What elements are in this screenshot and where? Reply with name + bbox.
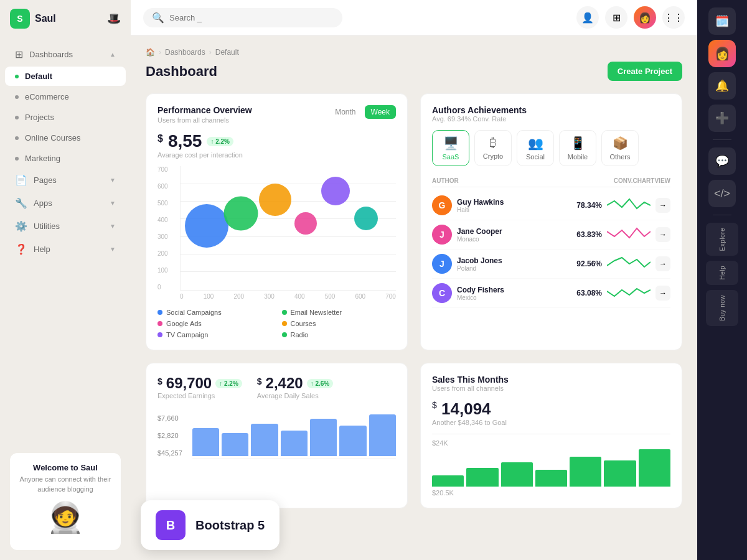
view-btn-0[interactable]: → [655, 198, 670, 213]
view-btn-3[interactable]: → [655, 286, 670, 301]
daily-sales: $ 2,420 ↑ 2.6% Average Daily Sales [257, 375, 333, 399]
sidebar-item-projects[interactable]: Projects [5, 108, 126, 127]
logo-area: S Saul 🎩 [0, 0, 131, 37]
dollar-sign: $ [257, 376, 262, 386]
apps-icon: 🔧 [15, 197, 27, 209]
authors-card: Authors Achievements Avg. 69.34% Conv. R… [420, 93, 682, 350]
author-country-1: Monaco [457, 236, 502, 243]
chevron-icon: ▼ [110, 177, 116, 184]
cat-tab-saas[interactable]: 🖥️ SaaS [432, 130, 469, 166]
chart-legend: Social Campaigns Email Newsletter Google… [157, 309, 396, 338]
bootstrap-label: Bootstrap 5 [195, 518, 265, 533]
legend-radio: Radio [282, 331, 397, 338]
explore-btn[interactable]: Explore [706, 223, 738, 256]
avatar-1: J [432, 225, 452, 245]
mini-chart-1 [607, 225, 651, 244]
sidebar-item-help[interactable]: ❓ Help ▼ [5, 238, 126, 260]
rp-chat-btn[interactable]: 💬 [708, 147, 736, 175]
category-tabs: 🖥️ SaaS ₿ Crypto 👥 Social 📱 [432, 130, 670, 166]
tab-group: Month Week [329, 105, 396, 119]
search-input[interactable] [169, 13, 334, 22]
earnings-card: $ 69,700 ↑ 2.2% Expected Earnings $ 2,42… [146, 363, 408, 508]
expected-value: $ 69,700 ↑ 2.2% [157, 375, 242, 392]
cat-tab-social[interactable]: 👥 Social [517, 130, 554, 166]
legend-dot-social [157, 310, 162, 315]
create-project-button[interactable]: Create Project [608, 62, 682, 81]
cat-label-crypto: Crypto [483, 152, 503, 160]
sidebar-item-ecommerce[interactable]: eCommerce [5, 87, 126, 106]
bubble-courses [259, 184, 291, 216]
right-panel: 🗓️ 👩 🔔 ➕ 💬 </> Explore Help Buy now [697, 0, 747, 560]
help-btn[interactable]: Help [706, 261, 738, 285]
sales-bar-4 [535, 470, 567, 487]
breadcrumb-dashboards[interactable]: Dashboards [165, 48, 205, 57]
bar-5 [310, 419, 337, 456]
conv-3: 63.08% [576, 289, 602, 297]
main-wrapper: 🔍 👤 ⊞ 👩 ⋮⋮ 🏠 › Dashboards › Default [131, 0, 747, 560]
rp-notification-btn[interactable]: 🔔 [708, 72, 736, 100]
buy-now-btn[interactable]: Buy now [706, 290, 738, 326]
expected-badge: ↑ 2.2% [215, 379, 242, 388]
legend-email: Email Newsletter [282, 309, 397, 316]
user-avatar[interactable]: 👩 [634, 6, 656, 29]
view-btn-2[interactable]: → [655, 256, 670, 271]
bubble-ads [294, 212, 317, 235]
topbar-avatar-gray[interactable]: 👤 [576, 6, 599, 29]
explore-label: Explore [719, 228, 726, 251]
expected-label: Expected Earnings [157, 392, 242, 399]
app-name: Saul [35, 13, 56, 24]
search-box[interactable]: 🔍 [143, 8, 342, 27]
rp-separator-2 [713, 215, 731, 215]
sidebar-item-marketing[interactable]: Marketing [5, 149, 126, 168]
legend-label-social: Social Campaigns [166, 309, 222, 316]
rp-add-btn[interactable]: ➕ [708, 105, 736, 132]
sidebar-item-default[interactable]: Default [5, 67, 126, 86]
bar-4 [281, 431, 308, 456]
legend-label-tv: TV Campaign [166, 331, 208, 338]
avatar-img: 👩 [639, 12, 651, 24]
sidebar-item-online-courses[interactable]: Online Courses [5, 128, 126, 147]
tab-month[interactable]: Month [329, 105, 362, 119]
sales-bar-7 [639, 449, 670, 487]
breadcrumb-home[interactable]: 🏠 [146, 48, 155, 57]
dollar-sign: $ [157, 376, 162, 386]
sidebar-item-utilities[interactable]: ⚙️ Utilities ▼ [5, 215, 126, 237]
sidebar-item-apps[interactable]: 🔧 Apps ▼ [5, 192, 126, 214]
daily-label: Average Daily Sales [257, 392, 333, 399]
pages-icon: 📄 [15, 174, 27, 186]
buy-now-label: Buy now [719, 295, 726, 321]
dollar-sign: $ [157, 133, 163, 144]
cat-tab-mobile[interactable]: 📱 Mobile [559, 130, 596, 166]
sales-y-label-2: $20.5K [432, 489, 670, 497]
earnings-row: $ 69,700 ↑ 2.2% Expected Earnings $ 2,42… [157, 375, 396, 399]
table-row: J Jacob Jones Poland 92.56% → [432, 250, 670, 279]
legend-dot-email [282, 310, 287, 315]
rp-calendar-btn[interactable]: 🗓️ [708, 7, 736, 35]
perf-sub: Users from all channels [157, 116, 252, 124]
cat-tab-others[interactable]: 📦 Others [601, 130, 639, 166]
topbar-more-icon[interactable]: ⋮⋮ [662, 6, 685, 29]
sales-bar-2 [466, 468, 498, 487]
topbar-grid-icon[interactable]: ⊞ [605, 6, 627, 29]
avatar-3: C [432, 283, 452, 303]
rp-code-btn[interactable]: </> [708, 180, 736, 207]
bubble-social [185, 204, 228, 248]
cat-tab-crypto[interactable]: ₿ Crypto [474, 130, 512, 166]
mini-chart-0 [607, 196, 651, 215]
legend-label-courses: Courses [291, 320, 316, 327]
tab-week[interactable]: Week [365, 105, 396, 119]
legend-label-ads: Google Ads [166, 320, 202, 327]
legend-dot-ads [157, 321, 162, 326]
sidebar: S Saul 🎩 ⊞ Dashboards ▲ Default eCommerc… [0, 0, 131, 560]
performance-card: Performance Overview Users from all chan… [146, 93, 408, 350]
conv-1: 63.83% [576, 230, 602, 239]
sidebar-item-pages[interactable]: 📄 Pages ▼ [5, 169, 126, 191]
author-name-1: Jane Cooper [457, 227, 502, 236]
page-title: Dashboard [146, 63, 217, 80]
sidebar-item-dashboards[interactable]: ⊞ Dashboards ▲ [5, 44, 126, 65]
daily-value: $ 2,420 ↑ 2.6% [257, 375, 333, 392]
help-icon: ❓ [15, 243, 27, 255]
rp-user-avatar[interactable]: 👩 [708, 40, 736, 67]
view-btn-1[interactable]: → [655, 227, 670, 242]
perf-header: Performance Overview Users from all chan… [157, 105, 396, 124]
